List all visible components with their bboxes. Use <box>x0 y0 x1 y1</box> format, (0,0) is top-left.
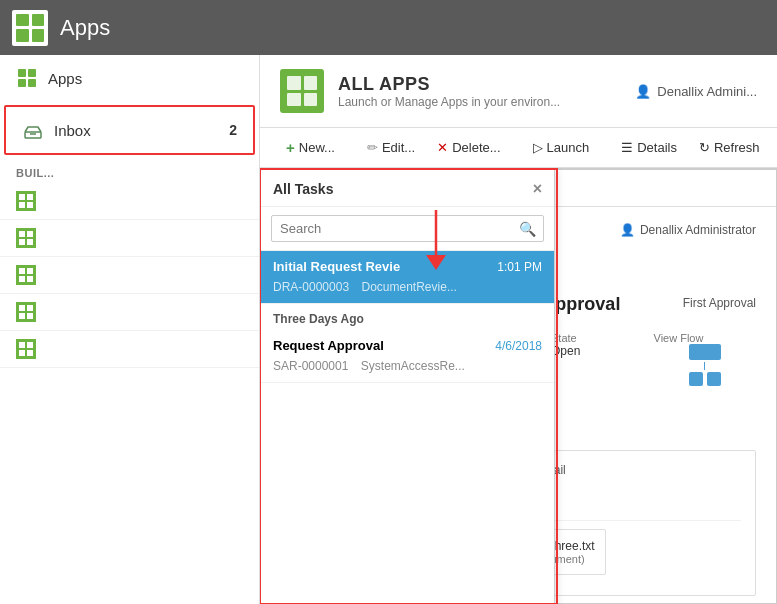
build-item-2[interactable] <box>0 220 259 257</box>
build-items-list <box>0 183 259 368</box>
view-flow-icon <box>654 344 757 386</box>
apps-grid-icon <box>16 67 38 89</box>
sidebar-item-inbox[interactable]: Inbox 2 <box>4 105 255 155</box>
build-item-1[interactable] <box>0 183 259 220</box>
other-task-item[interactable]: Request Approval 4/6/2018 SAR-0000001 Sy… <box>261 330 554 383</box>
refresh-button[interactable]: ↻ Refresh <box>689 135 770 160</box>
svg-rect-2 <box>18 79 26 87</box>
view-flow-meta[interactable]: View Flow <box>654 332 757 386</box>
header-text: ALL APPS Launch or Manage Apps in your e… <box>338 74 560 109</box>
details-button[interactable]: ☰ Details <box>611 135 687 160</box>
build-item-3[interactable] <box>0 257 259 294</box>
other-task-title: Request Approval <box>273 338 384 353</box>
sidebar: Apps Inbox 2 BUIL... <box>0 55 260 604</box>
selected-task-title: Initial Request Revie <box>273 259 400 274</box>
inbox-icon <box>22 119 44 141</box>
search-icon: 🔍 <box>519 221 536 237</box>
selected-task-top: Initial Request Revie 1:01 PM <box>273 259 542 274</box>
build-item-5[interactable] <box>0 331 259 368</box>
detail-user-name: Denallix Administrator <box>640 223 756 237</box>
refresh-icon: ↻ <box>699 140 710 155</box>
edit-button[interactable]: ✏ Edit... <box>357 135 425 160</box>
detail-stage-label: First Approval <box>683 296 756 310</box>
selected-task-time: 1:01 PM <box>497 260 542 274</box>
inbox-badge: 2 <box>229 122 237 138</box>
svg-rect-4 <box>25 132 41 138</box>
launch-button[interactable]: ▷ Launch <box>523 135 600 160</box>
launch-icon: ▷ <box>533 140 543 155</box>
app-title: Apps <box>60 15 110 41</box>
app-logo <box>12 10 48 46</box>
svg-rect-0 <box>18 69 26 77</box>
delete-icon: ✕ <box>437 140 448 155</box>
close-icon[interactable]: × <box>533 180 542 198</box>
task-group-label: Three Days Ago <box>261 304 554 330</box>
sidebar-apps-label: Apps <box>48 70 82 87</box>
search-input[interactable] <box>271 215 544 242</box>
selected-task-ref-row: DRA-0000003 DocumentRevie... <box>273 277 542 295</box>
header-title: ALL APPS <box>338 74 560 95</box>
user-icon: 👤 <box>635 84 651 99</box>
header-subtitle: Launch or Manage Apps in your environ... <box>338 95 560 109</box>
inbox-label: Inbox <box>54 122 91 139</box>
pencil-icon: ✏ <box>367 140 378 155</box>
selected-task-source: DocumentRevie... <box>362 280 457 294</box>
all-tasks-panel: All Tasks × 🔍 Initial Request Revie 1:01… <box>260 168 555 604</box>
detail-user-icon: 👤 <box>620 223 635 237</box>
build-section-label: BUIL... <box>0 159 259 183</box>
build-icon-3 <box>16 265 36 285</box>
selected-task-item[interactable]: Initial Request Revie 1:01 PM DRA-000000… <box>261 251 554 304</box>
build-item-4[interactable] <box>0 294 259 331</box>
svg-rect-3 <box>28 79 36 87</box>
panel-title: All Tasks <box>273 181 333 197</box>
build-icon-2 <box>16 228 36 248</box>
main-area: Apps Inbox 2 BUIL... <box>0 55 777 604</box>
detail-stage: First Approval <box>683 293 756 311</box>
user-name: Denallix Admini... <box>657 84 757 99</box>
toolbar: + New... ✏ Edit... ✕ Delete... ▷ Launch … <box>260 128 777 168</box>
other-task-ref-row: SAR-0000001 SystemAccessRe... <box>273 356 542 374</box>
panel-search: 🔍 <box>261 207 554 251</box>
details-icon: ☰ <box>621 140 633 155</box>
top-bar: Apps <box>0 0 777 55</box>
delete-button[interactable]: ✕ Delete... <box>427 135 510 160</box>
svg-rect-1 <box>28 69 36 77</box>
other-task-time: 4/6/2018 <box>495 339 542 353</box>
plus-icon: + <box>286 139 295 156</box>
other-task-top: Request Approval 4/6/2018 <box>273 338 542 353</box>
selected-task-ref: DRA-0000003 <box>273 280 349 294</box>
right-content: ALL APPS Launch or Manage Apps in your e… <box>260 55 777 604</box>
new-button[interactable]: + New... <box>276 134 345 161</box>
state-meta: State Open <box>551 332 654 386</box>
build-icon-4 <box>16 302 36 322</box>
all-apps-header: ALL APPS Launch or Manage Apps in your e… <box>260 55 777 128</box>
build-icon-1 <box>16 191 36 211</box>
sidebar-item-apps[interactable]: Apps <box>0 55 259 101</box>
other-task-ref: SAR-0000001 <box>273 359 348 373</box>
overlay-area: Main Detail Comments 👤 Denallix Administ… <box>260 168 777 604</box>
build-icon-5 <box>16 339 36 359</box>
panel-header: All Tasks × <box>261 170 554 207</box>
user-info: 👤 Denallix Admini... <box>635 84 757 99</box>
k2-logo <box>280 69 324 113</box>
other-task-source: SystemAccessRe... <box>361 359 465 373</box>
